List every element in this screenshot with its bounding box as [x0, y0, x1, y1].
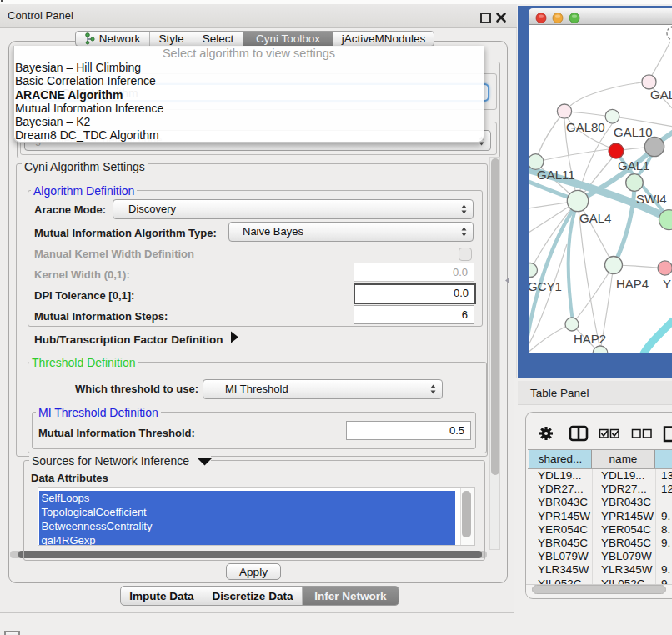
svg-text:GAL1: GAL1	[618, 158, 649, 172]
svg-text:GAL11: GAL11	[537, 168, 575, 182]
svg-text:GAL4: GAL4	[579, 211, 611, 225]
svg-text:GAL80: GAL80	[566, 120, 605, 134]
svg-text:GAL7: GAL7	[650, 88, 672, 102]
svg-text:GCY1: GCY1	[529, 279, 562, 293]
svg-text:GAL10: GAL10	[614, 125, 653, 139]
svg-text:Y: Y	[663, 277, 671, 291]
svg-text:HAP4: HAP4	[616, 277, 649, 291]
svg-text:SWI4: SWI4	[636, 192, 667, 206]
svg-text:HAP2: HAP2	[574, 332, 606, 346]
